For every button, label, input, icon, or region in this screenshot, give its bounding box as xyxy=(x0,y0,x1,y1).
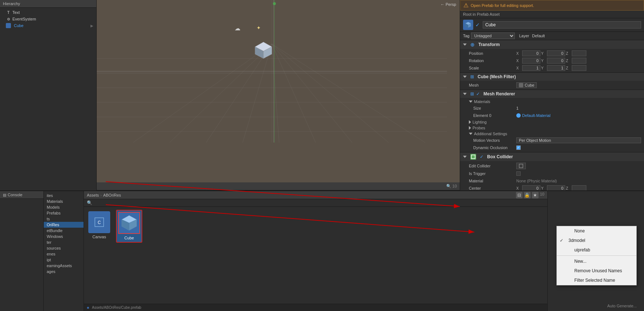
root-prefab-label: Root in Prefab Asset xyxy=(460,11,644,18)
center-y[interactable] xyxy=(547,185,565,190)
mesh-renderer-header[interactable]: ⊞ ✓ Mesh Renderer xyxy=(460,90,644,98)
lighting-fold[interactable]: Lighting xyxy=(460,119,644,125)
is-trigger-checkbox[interactable] xyxy=(516,171,521,176)
mesh-renderer-collapse xyxy=(463,93,467,95)
breadcrumb: Assets › ABOriRes xyxy=(87,193,121,197)
folder-ites[interactable]: ites xyxy=(44,193,84,198)
folder-materials[interactable]: Materials xyxy=(44,198,84,204)
folder-windows[interactable]: Windows xyxy=(44,234,84,239)
position-z[interactable] xyxy=(572,50,586,56)
mesh-value: Cube xyxy=(516,82,641,88)
folder-etbundle[interactable]: etBundle xyxy=(44,228,84,234)
hierarchy-header: Hierarchy xyxy=(0,0,96,8)
probes-collapse xyxy=(469,126,471,130)
transform-title: Transform xyxy=(478,42,500,47)
console-icon: ▤ xyxy=(3,193,6,197)
motion-vectors-value: Per Object Motion xyxy=(516,137,641,143)
hierarchy-item-text[interactable]: T Text xyxy=(0,9,96,16)
box-collider-section: ✓ Box Collider Edit Collider Is Trigger xyxy=(460,152,644,190)
mesh-ref: Cube xyxy=(516,82,537,88)
box-collider-icon xyxy=(470,154,476,160)
additional-settings-label: Additional Settings xyxy=(474,132,507,136)
project-header-tools: ⊟ 🔒 ★ 10 xyxy=(516,192,544,198)
tag-label: Tag xyxy=(463,34,470,38)
svg-text:C: C xyxy=(98,220,101,225)
dynamic-occlusion-label: Dynamic Occlusion xyxy=(469,145,516,150)
folder-ipt[interactable]: ipt xyxy=(44,257,84,263)
dynamic-occlusion-checkbox[interactable]: ✓ xyxy=(516,145,521,150)
mesh-filter-icon: ⊞ xyxy=(470,74,474,79)
box-collider-header[interactable]: ✓ Box Collider xyxy=(460,152,644,161)
materials-fold[interactable]: Materials xyxy=(460,99,644,105)
position-y[interactable] xyxy=(547,50,565,56)
additional-settings-collapse xyxy=(469,133,473,135)
box-collider-title: Box Collider xyxy=(487,154,513,159)
hierarchy-item-cube[interactable]: Cube ▶ xyxy=(0,22,96,29)
canvas-icon-box: C xyxy=(88,211,110,233)
hierarchy-item-eventsystem[interactable]: ⚙ EventSystem xyxy=(0,16,96,22)
scene-controls: 🔍 10 xyxy=(446,184,457,189)
mesh-filter-title: Cube (Mesh Filter) xyxy=(478,74,516,79)
layer-value: Default xyxy=(532,34,545,38)
hierarchy-panel: Hierarchy T Text ⚙ EventSystem Cube ▶ xyxy=(0,0,97,190)
folder-orires[interactable]: OriRes xyxy=(44,222,84,228)
scale-x[interactable] xyxy=(522,65,540,71)
transform-header[interactable]: ⊕ Transform xyxy=(460,40,644,49)
tag-select[interactable]: Untagged xyxy=(471,33,515,39)
cube-icon-small xyxy=(6,23,11,28)
view-toggle-icon[interactable]: ⊟ xyxy=(516,192,522,198)
folder-models[interactable]: Models xyxy=(44,204,84,210)
sun-icon: ✦ xyxy=(257,25,261,31)
console-tab[interactable]: ▤ Console xyxy=(0,191,43,199)
star-icon[interactable]: ★ xyxy=(532,192,539,198)
svg-rect-30 xyxy=(471,155,475,159)
transform-section: ⊕ Transform Position X Y Z Rotatio xyxy=(460,40,644,73)
hierarchy-list: T Text ⚙ EventSystem Cube ▶ xyxy=(0,8,96,30)
breadcrumb-assets: Assets xyxy=(87,193,99,197)
materials-collapse xyxy=(469,100,473,103)
tag-layer-row: Tag Untagged Layer Default xyxy=(460,32,644,40)
folder-list: ites Materials Models Prefabs ts OriRes … xyxy=(44,191,84,311)
rotation-z[interactable] xyxy=(572,58,586,64)
console-panel: ▤ Console xyxy=(0,191,44,311)
folder-ages[interactable]: ages xyxy=(44,269,84,274)
folder-prefabs[interactable]: Prefabs xyxy=(44,210,84,216)
lighting-collapse xyxy=(469,120,471,124)
additional-settings-fold[interactable]: Additional Settings xyxy=(460,131,644,137)
rotation-x[interactable] xyxy=(522,58,540,64)
search-icon: 🔍 xyxy=(87,200,92,205)
folder-ts[interactable]: ts xyxy=(44,216,84,222)
obj-header-row: ✓ xyxy=(460,18,644,32)
edit-collider-button[interactable] xyxy=(516,163,526,169)
scene-panel: ← Persp ✦ ☁ 🔍 1 xyxy=(97,0,460,190)
folder-eamingassets[interactable]: eamingAssets xyxy=(44,263,84,269)
mesh-renderer-icon: ⊞ xyxy=(470,91,474,96)
breadcrumb-sep1: › xyxy=(100,193,102,197)
check-mr: ✓ xyxy=(476,91,480,96)
folder-sources[interactable]: sources xyxy=(44,245,84,251)
folder-ter[interactable]: ter xyxy=(44,239,84,245)
prefab-banner-text: Open Prefab for full editing support. xyxy=(471,3,534,8)
lock-icon[interactable]: 🔒 xyxy=(524,192,531,198)
asset-cube[interactable]: Cube xyxy=(116,210,142,243)
inspector-panel: ⚠ Open Prefab for full editing support. … xyxy=(460,0,644,190)
materials-label: Materials xyxy=(474,99,490,104)
mesh-filter-header[interactable]: ⊞ Cube (Mesh Filter) xyxy=(460,73,644,81)
scene-grid xyxy=(97,0,460,182)
probes-fold[interactable]: Probes xyxy=(460,125,644,131)
center-x[interactable] xyxy=(522,185,540,190)
center-z[interactable] xyxy=(572,185,586,190)
asset-canvas[interactable]: C Canvas xyxy=(87,210,112,240)
folder-enes[interactable]: enes xyxy=(44,251,84,257)
rotation-y[interactable] xyxy=(547,58,565,64)
obj-name-input[interactable] xyxy=(483,21,641,29)
scale-z[interactable] xyxy=(572,65,586,71)
mesh-filter-body: Mesh Cube xyxy=(460,81,644,90)
motion-vectors-row: Motion Vectors Per Object Motion xyxy=(460,137,644,144)
hierarchy-cube-label: Cube xyxy=(14,23,23,28)
scale-y[interactable] xyxy=(547,65,565,71)
element0-value: Default-Material xyxy=(516,113,641,118)
scene-view[interactable]: ← Persp ✦ ☁ xyxy=(97,0,460,182)
position-values: X Y Z xyxy=(516,50,641,56)
position-x[interactable] xyxy=(522,50,540,56)
